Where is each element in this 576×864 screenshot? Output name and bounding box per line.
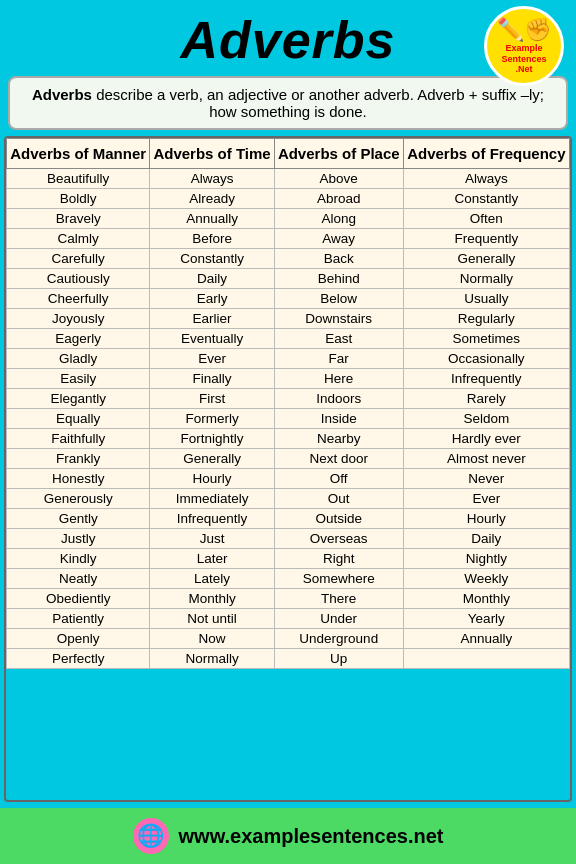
table-cell: Finally: [150, 369, 274, 389]
table-cell: Generously: [7, 489, 150, 509]
table-cell: Here: [274, 369, 403, 389]
table-row: CheerfullyEarlyBelowUsually: [7, 289, 570, 309]
table-cell: Boldly: [7, 189, 150, 209]
column-header: Adverbs of Manner: [7, 139, 150, 169]
table-cell: Back: [274, 249, 403, 269]
table-cell: Openly: [7, 629, 150, 649]
table-cell: Seldom: [403, 409, 569, 429]
table-cell: Obediently: [7, 589, 150, 609]
table-cell: Always: [150, 169, 274, 189]
table-cell: Annually: [403, 629, 569, 649]
table-row: ElegantlyFirstIndoorsRarely: [7, 389, 570, 409]
description-rest: describe a verb, an adjective or another…: [92, 86, 544, 120]
table-cell: Cautiously: [7, 269, 150, 289]
table-cell: Constantly: [403, 189, 569, 209]
description-bold: Adverbs: [32, 86, 92, 103]
column-header: Adverbs of Frequency: [403, 139, 569, 169]
table-cell: Faithfully: [7, 429, 150, 449]
table-cell: Beautifully: [7, 169, 150, 189]
table-row: EagerlyEventuallyEastSometimes: [7, 329, 570, 349]
table-cell: Normally: [150, 649, 274, 669]
table-cell: Equally: [7, 409, 150, 429]
table-cell: Inside: [274, 409, 403, 429]
table-cell: Patiently: [7, 609, 150, 629]
table-row: GentlyInfrequentlyOutsideHourly: [7, 509, 570, 529]
table-cell: Before: [150, 229, 274, 249]
logo-line2: Sentences: [501, 54, 546, 64]
table-cell: Above: [274, 169, 403, 189]
table-cell: Monthly: [150, 589, 274, 609]
table-row: HonestlyHourlyOffNever: [7, 469, 570, 489]
table-row: CalmlyBeforeAwayFrequently: [7, 229, 570, 249]
table-cell: Immediately: [150, 489, 274, 509]
table-row: JustlyJustOverseasDaily: [7, 529, 570, 549]
logo: ✏️✊ Example Sentences .Net: [484, 6, 564, 86]
table-cell: Underground: [274, 629, 403, 649]
table-cell: Monthly: [403, 589, 569, 609]
table-cell: Daily: [403, 529, 569, 549]
table-cell: Fortnightly: [150, 429, 274, 449]
table-row: CarefullyConstantlyBackGenerally: [7, 249, 570, 269]
table-cell: Sometimes: [403, 329, 569, 349]
column-header: Adverbs of Place: [274, 139, 403, 169]
table-cell: Just: [150, 529, 274, 549]
table-cell: Easily: [7, 369, 150, 389]
table-cell: Calmly: [7, 229, 150, 249]
table-cell: Infrequently: [403, 369, 569, 389]
column-header: Adverbs of Time: [150, 139, 274, 169]
table-cell: Somewhere: [274, 569, 403, 589]
table-cell: Out: [274, 489, 403, 509]
table-cell: Generally: [403, 249, 569, 269]
table-cell: Justly: [7, 529, 150, 549]
logo-text: Example Sentences .Net: [501, 43, 546, 75]
logo-line3: .Net: [515, 64, 532, 74]
table-cell: Bravely: [7, 209, 150, 229]
table-cell: Generally: [150, 449, 274, 469]
table-cell: Later: [150, 549, 274, 569]
table-cell: Off: [274, 469, 403, 489]
main-table: Adverbs of MannerAdverbs of TimeAdverbs …: [4, 136, 572, 802]
table-cell: There: [274, 589, 403, 609]
table-cell: Formerly: [150, 409, 274, 429]
table-cell: Already: [150, 189, 274, 209]
table-row: ObedientlyMonthlyThereMonthly: [7, 589, 570, 609]
table-row: BoldlyAlreadyAbroadConstantly: [7, 189, 570, 209]
table-cell: Frequently: [403, 229, 569, 249]
table-cell: Annually: [150, 209, 274, 229]
table-cell: Not until: [150, 609, 274, 629]
table-cell: Usually: [403, 289, 569, 309]
table-cell: Joyously: [7, 309, 150, 329]
footer-url[interactable]: www.examplesentences.net: [179, 825, 444, 848]
table-row: GladlyEverFarOccasionally: [7, 349, 570, 369]
table-cell: Below: [274, 289, 403, 309]
table-cell: Yearly: [403, 609, 569, 629]
table-cell: Ever: [150, 349, 274, 369]
table-cell: Neatly: [7, 569, 150, 589]
table-row: CautiouslyDailyBehindNormally: [7, 269, 570, 289]
table-cell: East: [274, 329, 403, 349]
table-cell: Eagerly: [7, 329, 150, 349]
table-cell: Right: [274, 549, 403, 569]
table-cell: Up: [274, 649, 403, 669]
footer: 🌐 www.examplesentences.net: [0, 808, 576, 864]
table-cell: Frankly: [7, 449, 150, 469]
table-cell: Often: [403, 209, 569, 229]
table-cell: Next door: [274, 449, 403, 469]
table-row: EasilyFinallyHereInfrequently: [7, 369, 570, 389]
header: Adverbs ✏️✊ Example Sentences .Net: [0, 0, 576, 76]
table-cell: Rarely: [403, 389, 569, 409]
table-cell: Daily: [150, 269, 274, 289]
table-row: GenerouslyImmediatelyOutEver: [7, 489, 570, 509]
table-row: BeautifullyAlwaysAboveAlways: [7, 169, 570, 189]
table-row: FaithfullyFortnightlyNearbyHardly ever: [7, 429, 570, 449]
table-row: PerfectlyNormallyUp: [7, 649, 570, 669]
logo-line1: Example: [505, 43, 542, 53]
table-cell: Earlier: [150, 309, 274, 329]
table-cell: Downstairs: [274, 309, 403, 329]
table-cell: Abroad: [274, 189, 403, 209]
table-cell: Lately: [150, 569, 274, 589]
table-cell: Constantly: [150, 249, 274, 269]
table-cell: Behind: [274, 269, 403, 289]
table-cell: Hardly ever: [403, 429, 569, 449]
table-cell: Nightly: [403, 549, 569, 569]
